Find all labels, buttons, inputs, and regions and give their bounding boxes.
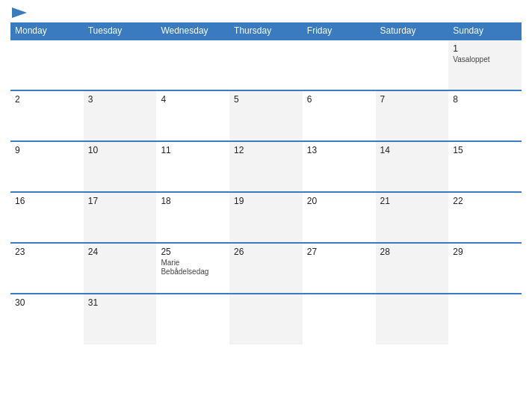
calendar-cell: 4 [156, 90, 229, 141]
calendar-cell: 23 [10, 243, 84, 294]
calendar-cell: 27 [303, 243, 376, 294]
day-number: 20 [307, 196, 371, 206]
day-number: 24 [88, 247, 152, 257]
day-number: 25 [161, 247, 225, 257]
day-number: 27 [307, 247, 371, 257]
calendar-cell [448, 294, 522, 344]
calendar-cell: 18 [156, 192, 229, 243]
day-number: 9 [15, 145, 79, 155]
calendar-cell: 14 [376, 141, 449, 192]
day-number: 14 [380, 145, 445, 155]
day-number: 11 [161, 145, 225, 155]
day-number: 23 [15, 247, 79, 257]
logo-flag-icon [12, 7, 27, 18]
day-number: 8 [453, 94, 517, 105]
day-header-thursday: Thursday [229, 22, 303, 40]
calendar-cell [376, 40, 449, 90]
calendar-cell: 31 [84, 294, 157, 344]
calendar-cell: 25Marie Bebådelsedag [156, 243, 229, 294]
calendar-cell [229, 294, 303, 344]
day-number: 26 [234, 247, 298, 257]
calendar-cell: 15 [448, 141, 522, 192]
calendar-cell [303, 294, 376, 344]
day-number: 17 [88, 196, 152, 206]
calendar-cell: 11 [156, 141, 229, 192]
calendar-cell: 3 [84, 90, 157, 141]
day-event: Vasaloppet [453, 55, 517, 64]
day-header-tuesday: Tuesday [84, 22, 157, 40]
svg-marker-0 [12, 7, 27, 18]
day-number: 18 [161, 196, 225, 206]
day-number: 2 [15, 94, 79, 105]
calendar-cell [376, 294, 449, 344]
logo [10, 7, 27, 18]
calendar-cell: 6 [303, 90, 376, 141]
calendar-cell: 1Vasaloppet [448, 40, 522, 90]
calendar-cell: 2 [10, 90, 84, 141]
calendar-cell: 26 [229, 243, 303, 294]
calendar-cell: 10 [84, 141, 157, 192]
day-number: 10 [88, 145, 152, 155]
calendar-cell: 7 [376, 90, 449, 141]
calendar-cell: 21 [376, 192, 449, 243]
day-number: 21 [380, 196, 445, 206]
calendar-header-row: MondayTuesdayWednesdayThursdayFridaySatu… [10, 22, 522, 40]
header [10, 7, 522, 18]
day-header-friday: Friday [303, 22, 376, 40]
calendar-cell: 5 [229, 90, 303, 141]
week-row: 1Vasaloppet [10, 40, 522, 90]
calendar-cell [156, 294, 229, 344]
day-number: 13 [307, 145, 371, 155]
day-number: 19 [234, 196, 298, 206]
day-number: 30 [15, 297, 79, 308]
calendar-cell [84, 40, 157, 90]
day-number: 1 [453, 43, 517, 54]
day-number: 4 [161, 94, 225, 105]
day-header-sunday: Sunday [448, 22, 522, 40]
calendar-cell: 29 [448, 243, 522, 294]
calendar-table: MondayTuesdayWednesdayThursdayFridaySatu… [10, 22, 522, 344]
calendar-cell: 9 [10, 141, 84, 192]
calendar-cell: 8 [448, 90, 522, 141]
day-header-monday: Monday [10, 22, 84, 40]
day-number: 29 [453, 247, 517, 257]
calendar-cell: 16 [10, 192, 84, 243]
day-header-wednesday: Wednesday [156, 22, 229, 40]
day-header-saturday: Saturday [376, 22, 449, 40]
calendar-cell [303, 40, 376, 90]
calendar-page: MondayTuesdayWednesdayThursdayFridaySatu… [0, 0, 532, 411]
calendar-cell: 20 [303, 192, 376, 243]
day-number: 3 [88, 94, 152, 105]
calendar-cell [10, 40, 84, 90]
calendar-cell: 17 [84, 192, 157, 243]
day-number: 31 [88, 297, 152, 308]
calendar-cell: 13 [303, 141, 376, 192]
day-number: 5 [234, 94, 298, 105]
calendar-cell: 12 [229, 141, 303, 192]
week-row: 9101112131415 [10, 141, 522, 192]
calendar-cell: 24 [84, 243, 157, 294]
day-number: 6 [307, 94, 371, 105]
day-number: 15 [453, 145, 517, 155]
calendar-cell: 30 [10, 294, 84, 344]
calendar-cell: 22 [448, 192, 522, 243]
day-number: 16 [15, 196, 79, 206]
week-row: 16171819202122 [10, 192, 522, 243]
day-number: 22 [453, 196, 517, 206]
day-event: Marie Bebådelsedag [161, 259, 225, 276]
week-row: 3031 [10, 294, 522, 344]
calendar-cell: 28 [376, 243, 449, 294]
calendar-cell: 19 [229, 192, 303, 243]
week-row: 232425Marie Bebådelsedag26272829 [10, 243, 522, 294]
day-number: 28 [380, 247, 445, 257]
calendar-cell [156, 40, 229, 90]
day-number: 12 [234, 145, 298, 155]
calendar-cell [229, 40, 303, 90]
week-row: 2345678 [10, 90, 522, 141]
day-number: 7 [380, 94, 445, 105]
